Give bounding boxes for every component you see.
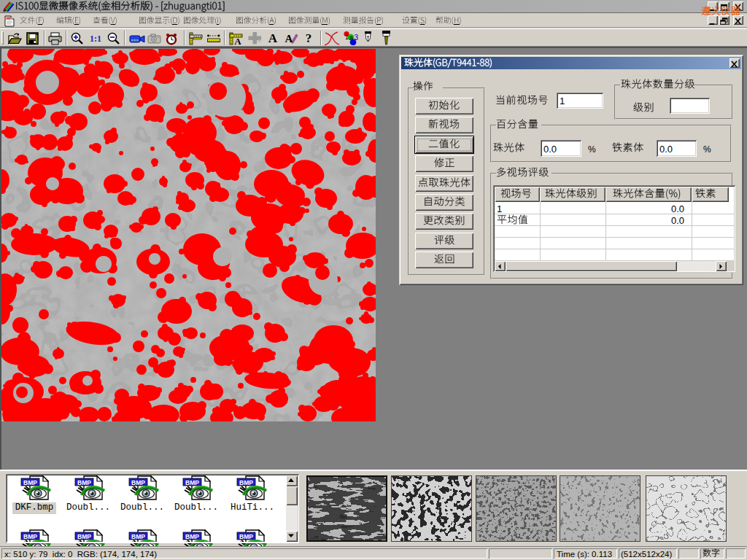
svg-text:BMP: BMP bbox=[23, 479, 37, 486]
svg-text:?: ? bbox=[306, 31, 312, 44]
svg-text:BMP: BMP bbox=[23, 533, 37, 540]
svg-text:BMP: BMP bbox=[77, 479, 91, 486]
svg-text:1:1: 1:1 bbox=[90, 34, 101, 44]
svg-text:BMP: BMP bbox=[131, 533, 145, 540]
svg-text:BMP: BMP bbox=[131, 479, 145, 486]
svg-text:BMP: BMP bbox=[185, 479, 199, 486]
svg-text:A: A bbox=[268, 31, 278, 44]
svg-text:BMP: BMP bbox=[239, 479, 253, 486]
svg-text:A: A bbox=[234, 36, 241, 45]
svg-text:BMP: BMP bbox=[77, 533, 91, 540]
svg-text:BMP: BMP bbox=[239, 533, 253, 540]
svg-text:DOC: DOC bbox=[7, 18, 12, 20]
svg-text:BMP: BMP bbox=[185, 533, 199, 540]
